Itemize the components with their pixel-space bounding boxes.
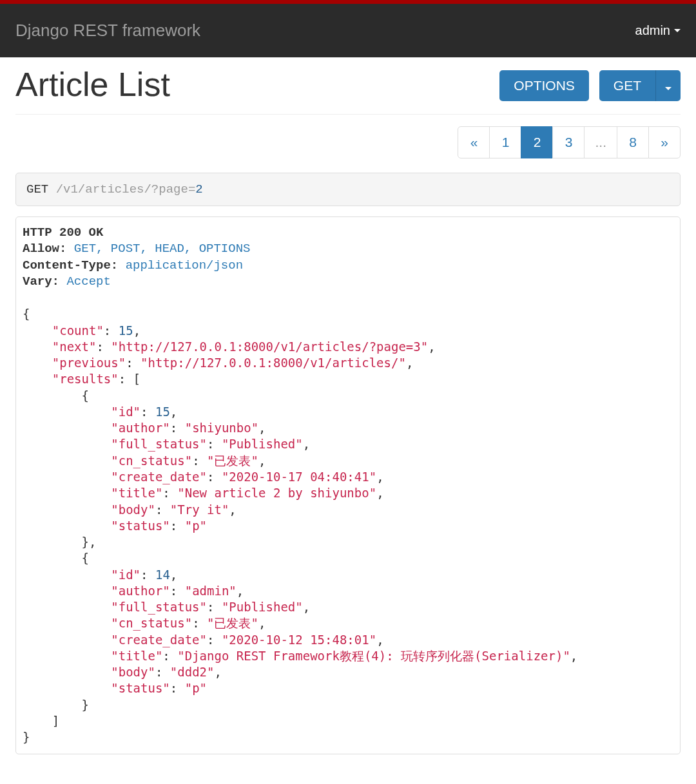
request-query-key: ?page <box>151 182 188 196</box>
response-header-name: Vary: <box>23 274 59 289</box>
content: Article List OPTIONS GET «123...8» GET /… <box>0 57 696 770</box>
get-dropdown-button[interactable] <box>655 70 681 101</box>
pagination-item[interactable]: 1 <box>489 126 521 158</box>
navbar: Django REST framework admin <box>0 4 696 57</box>
options-button[interactable]: OPTIONS <box>499 70 589 101</box>
pagination-item[interactable]: « <box>458 126 490 158</box>
response-header-value: application/json <box>126 258 243 272</box>
pagination-item[interactable]: » <box>648 126 681 158</box>
user-name: admin <box>635 23 670 38</box>
get-button[interactable]: GET <box>599 70 655 101</box>
pagination: «123...8» <box>15 126 681 158</box>
action-buttons: OPTIONS GET <box>499 70 681 101</box>
brand-link[interactable]: Django REST framework <box>15 21 200 41</box>
get-button-group: GET <box>599 70 681 101</box>
request-path: /v1/articles/ <box>56 182 151 196</box>
response-body: { "count": 15, "next": "http://127.0.0.1… <box>23 290 673 745</box>
caret-down-icon <box>665 87 672 90</box>
request-panel: GET /v1/articles/?page=2 <box>15 173 681 206</box>
pagination-item[interactable]: 3 <box>552 126 585 158</box>
caret-down-icon <box>674 29 681 32</box>
request-query-eq: = <box>188 182 195 196</box>
response-header-value: Accept <box>66 274 110 289</box>
request-query-val: 2 <box>195 182 202 196</box>
response-header-value: GET, POST, HEAD, OPTIONS <box>74 242 251 256</box>
user-menu[interactable]: admin <box>635 23 681 38</box>
page-header: Article List OPTIONS GET <box>15 68 681 104</box>
response-header-name: Allow: <box>23 242 66 256</box>
response-headers: Allow: GET, POST, HEAD, OPTIONSContent-T… <box>23 241 673 290</box>
pagination-item[interactable]: 8 <box>617 126 649 158</box>
divider <box>15 114 681 115</box>
response-status: HTTP 200 OK <box>23 225 673 241</box>
pagination-item: ... <box>584 126 617 158</box>
response-panel: HTTP 200 OK Allow: GET, POST, HEAD, OPTI… <box>15 216 681 754</box>
pagination-item[interactable]: 2 <box>521 126 553 158</box>
response-header-name: Content-Type: <box>23 258 118 272</box>
page-title: Article List <box>15 65 170 104</box>
request-method: GET <box>26 182 48 196</box>
